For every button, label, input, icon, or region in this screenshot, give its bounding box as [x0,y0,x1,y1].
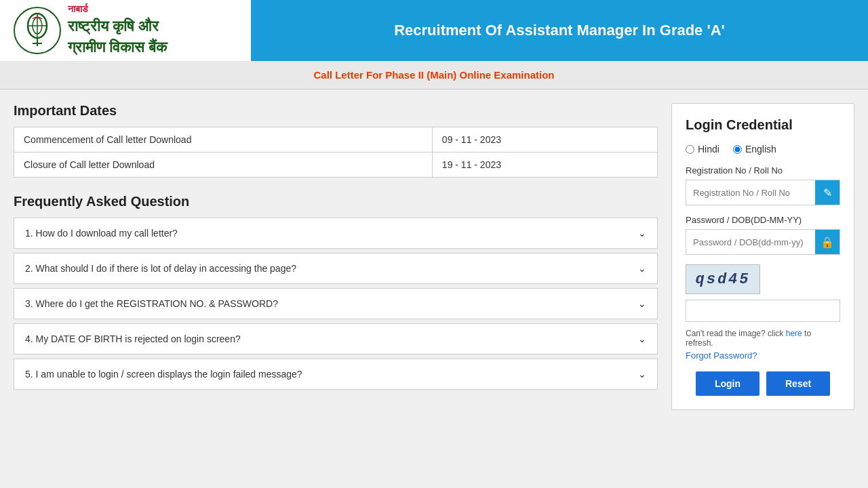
logo-line2: ग्रामीण विकास बैंक [68,37,167,58]
date-label-2: Closure of Call letter Download [14,152,433,178]
nabard-logo-icon [14,7,61,54]
lang-hindi-radio[interactable] [686,145,694,154]
faq-section: 1. How do I download my call letter? ⌄ 2… [14,218,658,390]
login-title: Login Credential [686,117,840,133]
password-input[interactable] [686,232,815,253]
faq-text-5: 5. I am unable to login / screen display… [25,369,302,380]
lang-english-label: English [745,144,776,155]
password-input-row: 🔒 [686,229,840,255]
nabard-label: नाबार्ड [68,3,167,16]
login-box: Login Credential Hindi English Registrat… [671,103,854,410]
main-content: Important Dates Commencement of Call let… [0,89,868,424]
faq-title: Frequently Asked Question [14,194,658,209]
chevron-down-icon-1: ⌄ [638,228,646,239]
captcha-image: qsd45 [686,264,760,294]
edit-icon: ✎ [815,180,840,205]
right-panel: Login Credential Hindi English Registrat… [671,103,854,410]
sub-header-text: Call Letter For Phase II (Main) Online E… [313,69,554,81]
button-row: Login Reset [686,371,840,396]
date-label-1: Commencement of Call letter Download [14,127,433,152]
lang-hindi-label: Hindi [698,144,719,155]
sub-header: Call Letter For Phase II (Main) Online E… [0,61,868,89]
lock-icon: 🔒 [815,230,840,254]
lang-english-radio[interactable] [733,145,742,154]
forgot-password: Forgot Password? [686,350,840,361]
reg-no-input-row: ✎ [686,180,840,205]
lang-english-option[interactable]: English [733,144,776,155]
logo-area: नाबार्ड राष्ट्रीय कृषि और ग्रामीण विकास … [0,0,251,61]
important-dates-title: Important Dates [14,103,658,119]
captcha-refresh-text: Can't read the image? click here to refr… [686,329,840,348]
language-options: Hindi English [686,144,840,155]
faq-text-1: 1. How do I download my call letter? [25,228,178,239]
logo-line1: राष्ट्रीय कृषि और [68,16,167,37]
chevron-down-icon-3: ⌄ [638,298,646,309]
faq-text-3: 3. Where do I get the REGISTRATION NO. &… [25,298,278,309]
faq-text-4: 4. My DATE OF BIRTH is rejected on login… [25,333,241,344]
faq-item-2[interactable]: 2. What should I do if there is lot of d… [14,253,658,284]
table-row: Commencement of Call letter Download 09 … [14,127,658,152]
reset-button[interactable]: Reset [766,371,830,396]
faq-item-5[interactable]: 5. I am unable to login / screen display… [14,359,658,390]
chevron-down-icon-5: ⌄ [638,369,646,380]
logo-text: नाबार्ड राष्ट्रीय कृषि और ग्रामीण विकास … [68,3,167,58]
important-dates-table: Commencement of Call letter Download 09 … [14,127,658,178]
date-value-2: 19 - 11 - 2023 [432,152,657,178]
header: नाबार्ड राष्ट्रीय कृषि और ग्रामीण विकास … [0,0,868,61]
captcha-input[interactable] [686,300,840,322]
chevron-down-icon-2: ⌄ [638,263,646,274]
faq-item-3[interactable]: 3. Where do I get the REGISTRATION NO. &… [14,288,658,319]
chevron-down-icon-4: ⌄ [638,333,646,344]
faq-item-4[interactable]: 4. My DATE OF BIRTH is rejected on login… [14,323,658,354]
faq-text-2: 2. What should I do if there is lot of d… [25,263,296,274]
left-panel: Important Dates Commencement of Call let… [14,103,658,410]
reg-no-label: Registration No / Roll No [686,165,840,176]
reg-no-input[interactable] [686,182,815,203]
forgot-password-link[interactable]: Forgot Password? [686,350,757,361]
captcha-refresh-link[interactable]: here [786,329,802,338]
table-row: Closure of Call letter Download 19 - 11 … [14,152,658,178]
faq-item-1[interactable]: 1. How do I download my call letter? ⌄ [14,218,658,249]
header-title: Recruitment Of Assistant Manager In Grad… [251,22,868,39]
login-button[interactable]: Login [696,371,760,396]
password-label: Password / DOB(DD-MM-YY) [686,215,840,225]
date-value-1: 09 - 11 - 2023 [432,127,657,152]
lang-hindi-option[interactable]: Hindi [686,144,719,155]
